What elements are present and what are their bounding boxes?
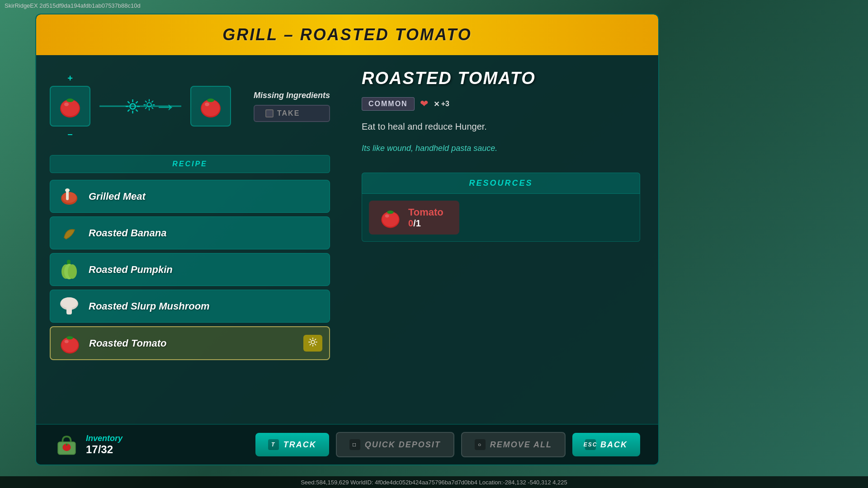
svg-point-24 <box>202 100 220 116</box>
svg-line-12 <box>136 101 138 103</box>
panel-title: GRILL – ROASTED TOMATO <box>222 25 472 44</box>
take-label: TAKE <box>277 109 300 117</box>
missing-ingredients-section: Missing Ingredients TAKE <box>254 91 330 122</box>
settings-gear-icon <box>308 337 318 347</box>
svg-point-27 <box>205 103 209 106</box>
svg-line-52 <box>310 344 311 345</box>
resource-name: Tomato <box>408 206 443 218</box>
top-info-text: SkirRidgeEX 2d515df9da194afdb1ab07537b88… <box>5 2 141 9</box>
main-panel: GRILL – ROASTED TOMATO + <box>35 14 659 465</box>
recipe-item-roasted-banana[interactable]: Roasted Banana <box>50 216 330 249</box>
combat-tag: ✕ +3 <box>434 100 449 108</box>
svg-rect-38 <box>66 307 72 314</box>
item-name-title: ROASTED TOMATO <box>362 69 640 88</box>
resource-have: 0 <box>408 218 413 228</box>
inventory-label: Inventory <box>86 434 123 443</box>
svg-line-49 <box>310 339 311 340</box>
roasted-pumpkin-icon <box>57 257 82 282</box>
recipe-item-roasted-pumpkin[interactable]: Roasted Pumpkin <box>50 253 330 286</box>
recipe-item-roasted-slurp-mushroom[interactable]: Roasted Slurp Mushroom <box>50 290 330 323</box>
status-text: Seed:584,159,629 WorldID: 4f0de4dc052b42… <box>301 479 567 486</box>
quick-deposit-label: QUICK DEPOSIT <box>365 440 441 450</box>
rarity-badge: COMMON <box>362 97 415 111</box>
svg-rect-26 <box>210 99 212 102</box>
recipe-item-grilled-meat[interactable]: Grilled Meat <box>50 180 330 213</box>
pumpkin-svg <box>57 257 82 282</box>
svg-line-10 <box>128 101 130 103</box>
svg-line-21 <box>152 101 153 102</box>
remove-all-label: REMOVE ALL <box>490 440 552 450</box>
resources-body: Tomato 0/1 <box>362 194 640 242</box>
ingredient-slot[interactable] <box>50 86 90 127</box>
resource-item-tomato: Tomato 0/1 <box>369 201 459 235</box>
bottom-buttons: T TRACK □ QUICK DEPOSIT ○ REMOVE ALL ESC… <box>255 432 640 457</box>
track-button[interactable]: T TRACK <box>255 433 329 456</box>
inventory-section: Inventory 17/32 <box>54 432 123 457</box>
ingredient-tomato-icon <box>57 93 84 120</box>
svg-point-43 <box>65 340 69 343</box>
recipe-item-roasted-tomato[interactable]: Roasted Tomato <box>50 326 330 360</box>
minus-sign[interactable]: – <box>67 129 72 139</box>
content-area: + – <box>36 55 658 465</box>
heart-tag: ❤ <box>420 98 428 110</box>
grilled-meat-icon <box>57 184 82 209</box>
resource-tomato-icon <box>378 205 403 230</box>
svg-point-40 <box>61 338 78 352</box>
inventory-text: Inventory 17/32 <box>86 434 123 456</box>
svg-point-1 <box>61 100 79 116</box>
remove-all-button: ○ REMOVE ALL <box>461 432 566 457</box>
svg-line-13 <box>128 109 130 111</box>
roasted-banana-name: Roasted Banana <box>89 227 166 239</box>
back-button[interactable]: ESC BACK <box>572 433 640 456</box>
craft-area: + – <box>50 64 330 148</box>
bottom-bar: Inventory 17/32 T TRACK □ QUICK DEPOSIT … <box>36 424 658 465</box>
svg-point-5 <box>130 103 136 109</box>
resource-info: Tomato 0/1 <box>408 206 443 229</box>
svg-line-11 <box>136 109 138 111</box>
svg-point-4 <box>64 103 69 106</box>
tomato-recipe-svg <box>57 331 82 356</box>
resources-section: RESOURCES T <box>362 173 640 242</box>
svg-line-50 <box>315 344 316 345</box>
grilled-meat-name: Grilled Meat <box>89 191 146 202</box>
roasted-tomato-icon <box>57 331 82 356</box>
missing-title: Missing Ingredients <box>254 91 330 100</box>
svg-line-51 <box>315 339 316 340</box>
svg-point-35 <box>68 264 77 279</box>
inventory-icon <box>54 432 79 457</box>
plus-sign[interactable]: + <box>67 73 73 84</box>
status-bar: Seed:584,159,629 WorldID: 4f0de4dc052b42… <box>0 476 868 488</box>
resources-header: RESOURCES <box>362 173 640 194</box>
svg-rect-42 <box>69 336 71 339</box>
gear-icons <box>125 99 156 114</box>
item-flavor-text: Its like wound, handheld pasta sauce. <box>362 142 640 155</box>
recipe-list: Grilled Meat Roasted Banana <box>50 180 330 360</box>
resource-count: 0/1 <box>408 218 443 229</box>
combat-plus-value: +3 <box>441 100 449 108</box>
left-panel: + – <box>36 55 344 465</box>
roasted-slurp-mushroom-icon <box>57 294 82 319</box>
back-key-icon: ESC <box>585 439 596 450</box>
title-bar: GRILL – ROASTED TOMATO <box>36 14 658 55</box>
item-tags: COMMON ❤ ✕ +3 <box>362 97 640 111</box>
svg-point-31 <box>65 188 70 192</box>
svg-point-54 <box>382 212 399 227</box>
tomato-resource-svg <box>378 205 403 230</box>
item-description: Eat to heal and reduce Hunger. <box>362 120 640 133</box>
right-panel: ROASTED TOMATO COMMON ❤ ✕ +3 Eat to heal… <box>344 55 658 465</box>
svg-rect-61 <box>66 443 68 446</box>
craft-arrow-area: → <box>99 86 181 127</box>
back-label: BACK <box>600 440 627 450</box>
meat-svg <box>57 184 82 209</box>
recipe-gear-icon[interactable] <box>303 335 322 352</box>
gear-icon-2 <box>143 99 156 111</box>
resource-need: 1 <box>416 218 421 228</box>
roasted-pumpkin-name: Roasted Pumpkin <box>89 264 173 276</box>
take-button[interactable]: TAKE <box>254 105 330 122</box>
craft-arrow: → <box>154 95 177 117</box>
roasted-slurp-mushroom-name: Roasted Slurp Mushroom <box>89 300 210 312</box>
inventory-count: 17/32 <box>86 443 123 456</box>
svg-line-19 <box>146 101 147 102</box>
track-label: TRACK <box>283 440 316 450</box>
remove-key-icon: ○ <box>475 439 486 450</box>
